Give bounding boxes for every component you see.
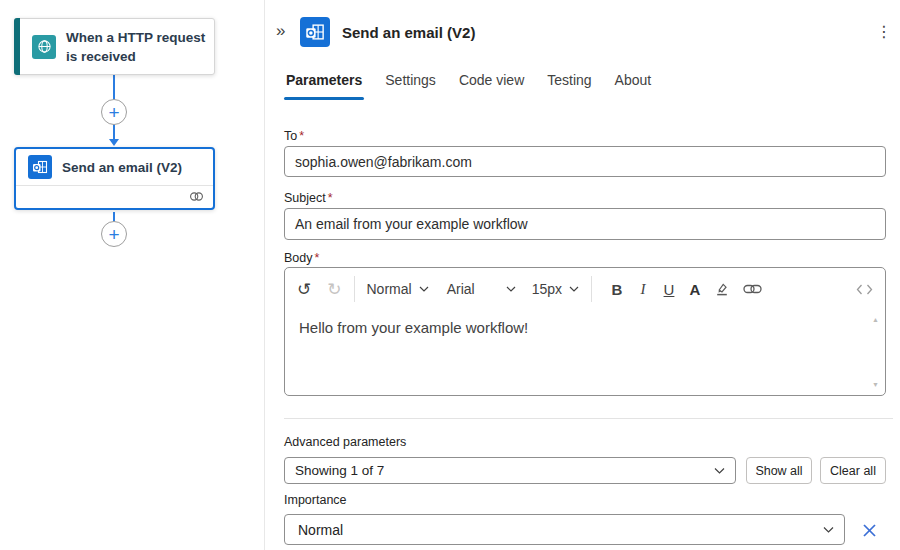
connection-icon[interactable] <box>189 188 204 206</box>
importance-label: Importance <box>284 493 347 507</box>
tab-settings[interactable]: Settings <box>383 70 438 100</box>
to-label: To* <box>284 129 304 143</box>
http-request-icon <box>32 35 56 59</box>
clear-all-button[interactable]: Clear all <box>820 457 886 484</box>
plus-icon: + <box>108 225 119 244</box>
font-color-button[interactable]: A <box>682 281 708 298</box>
tab-code-view[interactable]: Code view <box>457 70 526 100</box>
required-asterisk: * <box>315 251 320 265</box>
body-label: Body* <box>284 251 319 265</box>
trigger-card-http-request[interactable]: When a HTTP request is received <box>14 18 215 75</box>
panel-divider <box>264 0 265 550</box>
trigger-accent-bar <box>14 18 20 75</box>
highlight-icon[interactable] <box>714 281 730 297</box>
action-card-title: Send an email (V2) <box>62 160 182 175</box>
plus-icon: + <box>108 103 119 122</box>
trigger-card-title: When a HTTP request is received <box>66 28 208 66</box>
show-all-button[interactable]: Show all <box>746 457 812 484</box>
panel-tabs: Parameters Settings Code view Testing Ab… <box>284 70 653 100</box>
tab-about[interactable]: About <box>613 70 654 100</box>
bold-button[interactable]: B <box>604 281 630 298</box>
tab-testing[interactable]: Testing <box>545 70 593 100</box>
scroll-up-icon[interactable]: ▲ <box>872 316 879 323</box>
tab-parameters[interactable]: Parameters <box>284 70 364 100</box>
link-icon[interactable] <box>743 284 762 294</box>
chevron-down-icon <box>714 467 725 474</box>
panel-title: Send an email (V2) <box>342 24 475 41</box>
action-card-header: Send an email (V2) <box>16 149 213 186</box>
italic-button[interactable]: I <box>630 281 656 298</box>
chevron-down-icon <box>569 286 579 292</box>
redo-icon[interactable]: ↻ <box>327 281 341 298</box>
connector-arrow-icon <box>109 139 119 146</box>
section-divider <box>284 418 893 419</box>
to-input[interactable]: sophia.owen@fabrikam.com <box>284 146 886 177</box>
required-asterisk: * <box>299 129 304 143</box>
subject-label: Subject* <box>284 191 333 205</box>
toolbar-divider <box>591 276 592 302</box>
add-step-button[interactable]: + <box>101 221 127 247</box>
action-card-footer <box>16 186 213 207</box>
undo-icon[interactable]: ↺ <box>297 281 311 298</box>
insert-step-button[interactable]: + <box>101 99 127 125</box>
outlook-icon <box>300 17 330 47</box>
outlook-icon <box>28 155 52 179</box>
subject-input[interactable]: An email from your example workflow <box>284 208 886 240</box>
code-view-icon[interactable] <box>856 284 873 295</box>
collapse-panel-icon[interactable]: » <box>276 22 285 39</box>
remove-importance-icon[interactable] <box>857 518 881 542</box>
action-card-send-email[interactable]: Send an email (V2) <box>14 147 215 210</box>
chevron-down-icon <box>823 526 834 533</box>
body-rich-text-editor: ↺ ↻ Normal Arial 15px B I U A <box>284 267 886 396</box>
advanced-parameters-dropdown[interactable]: Showing 1 of 7 <box>284 457 736 484</box>
editor-toolbar: ↺ ↻ Normal Arial 15px B I U A <box>285 268 885 310</box>
toolbar-divider <box>354 276 355 302</box>
paragraph-style-dropdown[interactable]: Normal <box>367 281 429 297</box>
importance-dropdown[interactable]: Normal <box>284 514 845 545</box>
advanced-parameters-label: Advanced parameters <box>284 435 406 449</box>
underline-button[interactable]: U <box>656 281 682 298</box>
body-text[interactable]: Hello from your example workflow! <box>285 310 885 345</box>
chevron-down-icon <box>506 286 516 292</box>
font-size-dropdown[interactable]: 15px <box>532 281 579 297</box>
font-family-dropdown[interactable]: Arial <box>447 281 516 297</box>
chevron-down-icon <box>419 286 429 292</box>
required-asterisk: * <box>328 191 333 205</box>
scroll-down-icon[interactable]: ▼ <box>872 381 879 388</box>
workflow-canvas: When a HTTP request is received + Send a… <box>0 0 264 550</box>
more-menu-icon[interactable]: ⋮ <box>876 22 892 41</box>
